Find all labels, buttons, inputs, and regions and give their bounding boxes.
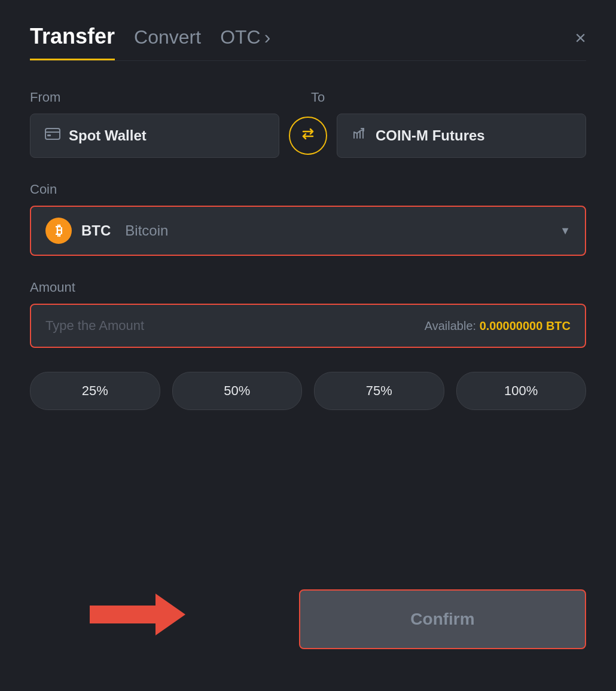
svg-marker-3 <box>90 594 185 635</box>
confirm-button[interactable]: Confirm <box>299 589 586 649</box>
btc-icon: ₿ <box>45 218 72 244</box>
percent-100-button[interactable]: 100% <box>456 372 587 410</box>
red-arrow-icon <box>90 591 185 638</box>
tab-convert[interactable]: Convert <box>134 26 201 58</box>
to-wallet-selector[interactable]: COIN-M Futures <box>337 114 586 158</box>
bottom-section: Confirm <box>30 571 586 655</box>
from-to-section: From To Spot Wallet <box>30 90 586 158</box>
otc-chevron-icon: › <box>264 26 271 48</box>
swap-icon <box>298 124 318 148</box>
amount-input-box[interactable]: Type the Amount Available: 0.00000000 BT… <box>30 304 586 348</box>
futures-icon <box>352 127 367 144</box>
to-wallet-label: COIN-M Futures <box>376 127 485 144</box>
chevron-down-icon: ▼ <box>560 225 571 237</box>
available-amount: 0.00000000 BTC <box>480 319 571 332</box>
close-button[interactable]: × <box>575 28 586 57</box>
to-label: To <box>305 90 586 105</box>
amount-placeholder: Type the Amount <box>45 318 144 334</box>
percent-75-button[interactable]: 75% <box>314 372 444 410</box>
amount-label: Amount <box>30 280 586 295</box>
coin-label: Coin <box>30 182 586 197</box>
from-to-inputs: Spot Wallet COIN- <box>30 114 586 158</box>
coin-fullname: Bitcoin <box>125 222 168 239</box>
svg-rect-2 <box>47 134 51 136</box>
percent-50-button[interactable]: 50% <box>172 372 303 410</box>
transfer-modal: Transfer Convert OTC › × From To <box>0 0 616 691</box>
svg-rect-0 <box>45 129 60 139</box>
percent-buttons-group: 25% 50% 75% 100% <box>30 372 586 410</box>
amount-section: Amount Type the Amount Available: 0.0000… <box>30 280 586 348</box>
coin-section: Coin ₿ BTC Bitcoin ▼ <box>30 182 586 256</box>
coin-selector-dropdown[interactable]: ₿ BTC Bitcoin ▼ <box>30 206 586 256</box>
percent-25-button[interactable]: 25% <box>30 372 160 410</box>
arrow-indicator <box>90 591 185 638</box>
from-wallet-label: Spot Wallet <box>69 127 147 144</box>
tab-otc[interactable]: OTC › <box>220 26 270 58</box>
from-to-labels: From To <box>30 90 586 105</box>
from-label: From <box>30 90 305 105</box>
swap-button[interactable] <box>289 117 327 155</box>
available-text: Available: 0.00000000 BTC <box>425 319 571 333</box>
header-divider <box>30 60 586 61</box>
from-wallet-selector[interactable]: Spot Wallet <box>30 114 279 158</box>
header-tabs: Transfer Convert OTC › × <box>30 24 586 60</box>
coin-symbol: BTC <box>81 222 111 239</box>
tab-transfer[interactable]: Transfer <box>30 24 115 60</box>
wallet-icon <box>45 128 60 143</box>
